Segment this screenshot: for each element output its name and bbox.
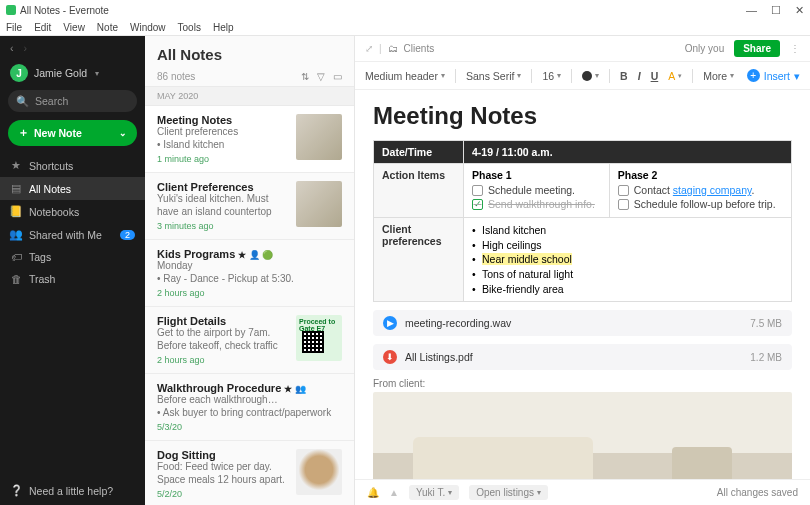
text-color-button[interactable]: ▾ [582, 71, 599, 81]
sidebar-item-notebooks[interactable]: 📒Notebooks [0, 200, 145, 223]
minimize-button[interactable]: — [746, 4, 757, 17]
preference-item[interactable]: Tons of natural light [472, 267, 783, 282]
menu-file[interactable]: File [6, 22, 22, 33]
highlight-icon: A [668, 70, 675, 82]
note-title[interactable]: Meeting Notes [373, 102, 792, 130]
client-image[interactable] [373, 392, 792, 479]
nav-back-icon[interactable]: ‹ [10, 42, 14, 54]
link[interactable]: staging company [673, 184, 752, 196]
tag-chip[interactable]: Open listings▾ [469, 485, 548, 500]
table-row-label[interactable]: Action Items [374, 164, 464, 218]
share-scope[interactable]: Only you [685, 43, 724, 54]
reminder-icon[interactable]: 🔔 [367, 487, 379, 498]
highlight-button[interactable]: A▾ [668, 70, 682, 82]
preference-item[interactable]: Bike-friendly area [472, 282, 783, 297]
italic-button[interactable]: I [638, 70, 641, 82]
menu-view[interactable]: View [63, 22, 85, 33]
view-options-icon[interactable]: ▭ [333, 71, 342, 82]
table-head-cell[interactable]: 4-19 / 11:00 a.m. [464, 141, 792, 164]
underline-button[interactable]: U [651, 70, 659, 82]
note-card-preview: Food: Feed twice per day. Space meals 12… [157, 461, 288, 486]
search-input[interactable]: 🔍 Search [8, 90, 137, 112]
note-card[interactable]: Client PreferencesYuki's ideal kitchen. … [145, 173, 354, 240]
menu-window[interactable]: Window [130, 22, 166, 33]
more-formatting-button[interactable]: More▾ [703, 70, 734, 82]
note-card-meta: 1 minute ago [157, 154, 288, 164]
checkbox-item[interactable]: Schedule follow-up before trip. [618, 198, 783, 210]
sidebar-item-label: Notebooks [29, 206, 79, 218]
note-card[interactable]: Dog SittingFood: Feed twice per day. Spa… [145, 441, 354, 505]
note-thumbnail [296, 181, 342, 227]
titlebar: All Notes - Evernote — ☐ ✕ [0, 0, 810, 20]
menu-edit[interactable]: Edit [34, 22, 51, 33]
preference-item[interactable]: High ceilings [472, 238, 783, 253]
note-table[interactable]: Date/Time 4-19 / 11:00 a.m. Action Items… [373, 140, 792, 302]
chevron-down-icon[interactable]: ⌄ [119, 128, 127, 138]
note-card[interactable]: Kids Programs★ 👤 🟢Monday• Ray - Dance - … [145, 240, 354, 307]
breadcrumb-notebook[interactable]: Clients [404, 43, 435, 54]
menu-help[interactable]: Help [213, 22, 234, 33]
insert-button[interactable]: +Insert▾ [747, 69, 800, 82]
account-switcher[interactable]: J Jamie Gold ▾ [0, 60, 145, 90]
attachment-name: meeting-recording.wav [405, 317, 511, 329]
menu-note[interactable]: Note [97, 22, 118, 33]
share-button[interactable]: Share [734, 40, 780, 57]
attachment-size: 7.5 MB [750, 318, 782, 329]
note-card-title: Flight Details [157, 315, 288, 327]
attachment-row[interactable]: ⬇All Listings.pdf1.2 MB [373, 344, 792, 370]
sort-icon[interactable]: ⇅ [301, 71, 309, 82]
checkbox-icon[interactable] [472, 185, 483, 196]
sidebar-item-tags[interactable]: 🏷Tags [0, 246, 145, 268]
table-cell[interactable]: Island kitchenHigh ceilingsNear middle s… [464, 218, 792, 302]
sidebar-item-shared-with-me[interactable]: 👥Shared with Me2 [0, 223, 145, 246]
checkbox-item[interactable]: Schedule meeting. [472, 184, 601, 196]
help-button[interactable]: ❔ Need a little help? [0, 476, 145, 505]
note-list-section-header: MAY 2020 [145, 86, 354, 106]
table-cell[interactable]: Phase 1 Schedule meeting.✓Send walkthrou… [464, 164, 610, 218]
checkbox-label: Schedule follow-up before trip. [634, 198, 776, 210]
sidebar-item-icon: 👥 [10, 228, 22, 241]
table-cell[interactable]: Phase 2 Contact staging company.Schedule… [609, 164, 791, 218]
attachment-name: All Listings.pdf [405, 351, 473, 363]
note-card[interactable]: Flight DetailsGet to the airport by 7am.… [145, 307, 354, 374]
menu-tools[interactable]: Tools [178, 22, 201, 33]
nav-forward-icon[interactable]: › [24, 42, 28, 54]
expand-icon[interactable]: ⤢ [365, 43, 373, 54]
sidebar-item-icon: ★ [10, 159, 22, 172]
new-note-button[interactable]: ＋New Note ⌄ [8, 120, 137, 146]
note-card[interactable]: Meeting NotesClient preferences• Island … [145, 106, 354, 173]
close-button[interactable]: ✕ [795, 4, 804, 17]
sidebar-item-trash[interactable]: 🗑Trash [0, 268, 145, 290]
bold-button[interactable]: B [620, 70, 628, 82]
table-row-label[interactable]: Client preferences [374, 218, 464, 302]
sidebar-item-shortcuts[interactable]: ★Shortcuts [0, 154, 145, 177]
checkbox-icon[interactable]: ✓ [472, 199, 483, 210]
maximize-button[interactable]: ☐ [771, 4, 781, 17]
font-family-select[interactable]: Sans Serif▾ [466, 70, 521, 82]
assignee-chip[interactable]: Yuki T.▾ [409, 485, 459, 500]
search-placeholder: Search [35, 95, 68, 107]
checkbox-item[interactable]: ✓Send walkthrough info. [472, 198, 601, 210]
phase-title: Phase 1 [472, 169, 601, 181]
filter-icon[interactable]: ▽ [317, 71, 325, 82]
sidebar-item-all-notes[interactable]: ▤All Notes [0, 177, 145, 200]
pdf-icon: ⬇ [383, 350, 397, 364]
attachment-row[interactable]: ▶meeting-recording.wav7.5 MB [373, 310, 792, 336]
preference-item[interactable]: Island kitchen [472, 223, 783, 238]
info-icon[interactable]: ▲ [389, 487, 399, 498]
sidebar-item-label: Shortcuts [29, 160, 73, 172]
checkbox-item[interactable]: Contact staging company. [618, 184, 783, 196]
note-card[interactable]: Walkthrough Procedure★ 👥Before each walk… [145, 374, 354, 441]
table-head-cell[interactable]: Date/Time [374, 141, 464, 164]
checkbox-icon[interactable] [618, 185, 629, 196]
checkbox-icon[interactable] [618, 199, 629, 210]
note-card-icons: ★ 👥 [284, 384, 306, 394]
preference-item[interactable]: Near middle school [472, 252, 783, 267]
checkbox-label: Send walkthrough info. [488, 198, 595, 210]
checkbox-label: Schedule meeting. [488, 184, 575, 196]
more-actions-icon[interactable]: ⋮ [790, 43, 800, 54]
sidebar-item-icon: 🗑 [10, 273, 22, 285]
note-card-meta: 2 hours ago [157, 288, 342, 298]
paragraph-style-select[interactable]: Medium header▾ [365, 70, 445, 82]
font-size-select[interactable]: 16▾ [542, 70, 561, 82]
